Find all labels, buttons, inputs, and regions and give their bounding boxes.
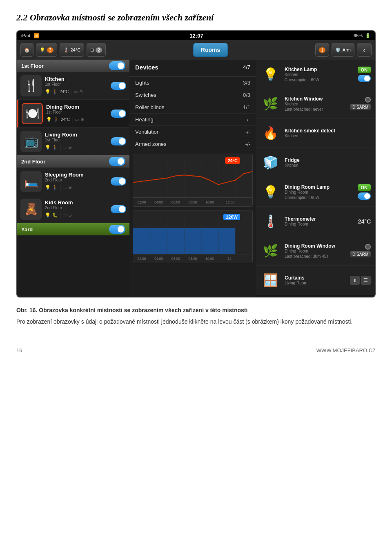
device-row-heating[interactable]: Heating -/- <box>129 114 256 126</box>
room-kitchen-sub: 1st Floor <box>45 82 107 87</box>
dining-window-detail: Last breached: 30m 45s <box>285 254 346 259</box>
bulb-icon-small: 💡 <box>45 145 51 150</box>
thermometer-ctrl: 24°C <box>358 218 371 225</box>
device-row-roller[interactable]: Roller blinds 1/1 <box>129 101 256 114</box>
svg-text:02:00: 02:00 <box>137 200 146 204</box>
rooms-button[interactable]: Rooms <box>193 43 228 57</box>
bulb-icon-small: 💡 <box>45 185 51 190</box>
lights-nav-button[interactable]: 💡 3 <box>36 43 57 57</box>
device-row-armed[interactable]: Armed zones -/- <box>129 138 256 150</box>
temp-value: 24°C <box>71 47 81 52</box>
room-sleeping[interactable]: 🛏️ Sleeping Room 2nd Floor 💡 🚶 | ▭ ⊕ <box>17 168 129 195</box>
dining-window-disarm: DISARM <box>350 251 371 257</box>
stop-button[interactable]: ☰ <box>361 276 371 285</box>
floor-2nd-toggle[interactable] <box>109 157 125 166</box>
device-row-switches[interactable]: Switches 0/3 <box>129 89 256 101</box>
right-panel-devices: 💡 Kitchen Lamp Kitchen Consumption: 60W … <box>256 60 375 297</box>
kitchen-lamp-info: Kitchen Lamp Kitchen Consumption: 60W <box>285 67 354 82</box>
device-row-lights[interactable]: Lights 3/3 <box>129 77 256 89</box>
room-dining[interactable]: 🍽️ Dining Room 1st Floor 💡 🚶 24°C | ▭ ⊕ <box>17 100 129 127</box>
dining-temp: 24°C <box>61 117 70 122</box>
device-switches-label: Switches <box>135 92 156 98</box>
smoke-name: Kitchen smoke detect <box>285 128 371 134</box>
device-card-kitchen-lamp[interactable]: 💡 Kitchen Lamp Kitchen Consumption: 60W … <box>256 60 375 89</box>
devices-title: Devices <box>135 64 158 71</box>
toggle-knob <box>118 63 124 69</box>
floor-1st-toggle[interactable] <box>109 61 125 70</box>
room-dining-icon: 🍽️ <box>22 103 43 124</box>
home-button[interactable]: 🏠 <box>20 43 33 57</box>
device-ventilation-value: -/- <box>245 129 250 135</box>
fridge-icon: 🧊 <box>260 152 281 173</box>
plug-icon: ⊕ <box>79 89 83 94</box>
kitchen-lamp-toggle[interactable] <box>358 75 371 82</box>
dining-window-name: Dining Room Window <box>285 243 346 249</box>
device-card-thermometer[interactable]: 🌡️ Thermometer Dining Room 24°C <box>256 207 375 236</box>
kitchen-window-room: Kitchen <box>285 102 346 106</box>
room-kids-toggle[interactable] <box>111 205 126 213</box>
room-dining-toggle[interactable] <box>111 110 126 118</box>
grid-nav-button[interactable]: ⊞ 2 <box>87 43 106 57</box>
dining-lamp-name: Dining Room Lamp <box>285 184 354 190</box>
floor-1st-label: 1st Floor <box>21 63 44 69</box>
device-row-ventilation[interactable]: Ventilation -/- <box>129 126 256 138</box>
fridge-room: Kitchen <box>285 163 371 168</box>
kitchen-window-disarm: DISARM <box>350 104 371 110</box>
room-sleeping-toggle[interactable] <box>111 177 126 186</box>
yard-toggle[interactable] <box>109 225 125 234</box>
kitchen-lamp-name: Kitchen Lamp <box>285 67 354 72</box>
dining-lamp-toggle[interactable] <box>358 192 371 200</box>
website: WWW.MOJEFIBARO.CZ <box>316 347 376 353</box>
temp-nav-button[interactable]: 🌡️ 24°C <box>60 43 85 57</box>
device-card-fridge[interactable]: 🧊 Fridge Kitchen <box>256 148 375 177</box>
dining-lamp-detail: Consumption: 60W <box>285 195 354 200</box>
svg-text:12:00: 12:00 <box>226 200 234 204</box>
room-kitchen-icon: 🍴 <box>20 75 42 96</box>
fridge-name: Fridge <box>285 157 371 163</box>
page-title: 2.2 Obrazovka místnosti se zobrazením vš… <box>16 12 376 23</box>
curtains-room: Living Room <box>285 281 346 285</box>
person-icon: 🚶 <box>52 89 58 94</box>
screenshot-container: iPad 📶 12:07 65% 🔋 🏠 💡 3 🌡️ 24°C ⊞ 2 Roo… <box>16 30 376 297</box>
obr-text: Obrazovka konkrétní místnosti se zobraze… <box>39 307 247 313</box>
temp-chart-badge: 24°C <box>225 157 240 164</box>
device-card-smoke[interactable]: 🔥 Kitchen smoke detect Kitchen <box>256 119 375 148</box>
pause-button[interactable]: ⏸ <box>350 276 360 285</box>
room-kitchen[interactable]: 🍴 Kitchen 1st Floor 💡 🚶 24°C | ▭ ⊕ <box>17 72 129 100</box>
arm-button[interactable]: 🛡️ Arm <box>332 43 354 57</box>
kitchen-temp: 24°C <box>60 89 69 94</box>
home-icon: 🏠 <box>24 47 30 53</box>
device-card-curtains[interactable]: 🪟 Curtains Living Room ⏸ ☰ <box>256 266 375 295</box>
room-kids-icon: 🧸 <box>20 199 42 220</box>
room-living[interactable]: 📺 Living Room 1st Floor 💡 🚶 | ▭ ⊕ <box>17 127 129 155</box>
svg-text:08:00: 08:00 <box>189 200 197 204</box>
kitchen-lamp-on-badge: ON <box>358 67 371 73</box>
device-card-kitchen-window[interactable]: 🌿 Kitchen Window Kitchen Last breached: … <box>256 89 375 119</box>
room-living-sub: 1st Floor <box>45 138 107 142</box>
battery-icon: 🔋 <box>365 33 371 38</box>
room-kids[interactable]: 🧸 Kids Room 2nd Floor 💡 🐛 | ▭ ⊕ <box>17 195 129 223</box>
bulb-icon: 💡 <box>40 47 45 53</box>
device-card-dining-lamp[interactable]: 💡 Dining Room Lamp Dining Room Consumpti… <box>256 177 375 207</box>
middle-panel-devices: Devices 4/7 Lights 3/3 Switches 0/3 Roll… <box>129 60 256 297</box>
temp-chart: 24°C 02:00 04:00 06:00 08:00 <box>133 154 253 207</box>
toggle-knob <box>118 226 124 233</box>
device-roller-value: 1/1 <box>243 104 250 110</box>
back-button[interactable]: ‹ <box>357 43 372 57</box>
toggle-knob <box>119 83 125 89</box>
room-kitchen-toggle[interactable] <box>111 82 126 90</box>
arm-badge: 1 <box>319 47 325 53</box>
room-living-toggle[interactable] <box>111 137 126 145</box>
device-card-dining-window[interactable]: 🌿 Dining Room Window Dining Room Last br… <box>256 236 375 266</box>
svg-text:06:00: 06:00 <box>172 200 180 204</box>
svg-text:12: 12 <box>228 256 232 260</box>
plug-icon: ⊕ <box>80 117 84 122</box>
room-kids-sub: 2nd Floor <box>45 206 107 210</box>
temp-icon: 🌡️ <box>63 47 69 53</box>
dining-window-ctrl: DISARM <box>350 244 371 257</box>
curtains-info: Curtains Living Room <box>285 275 346 285</box>
smoke-room: Kitchen <box>285 134 371 138</box>
kitchen-window-info: Kitchen Window Kitchen Last breached: ne… <box>285 96 346 112</box>
arm-badge-button[interactable]: 1 <box>315 43 329 57</box>
dining-lamp-info: Dining Room Lamp Dining Room Consumption… <box>285 184 354 200</box>
